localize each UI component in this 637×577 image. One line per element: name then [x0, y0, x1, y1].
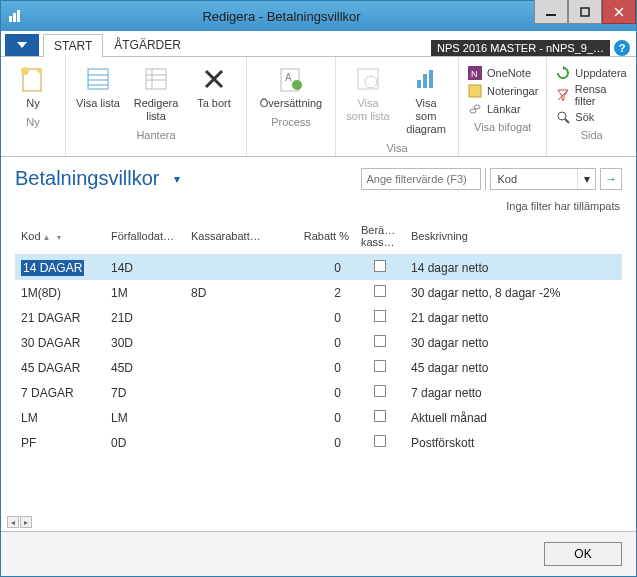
checkbox[interactable]: [374, 385, 386, 397]
cell-forf[interactable]: 30D: [105, 330, 185, 355]
col-kod[interactable]: Kod▲▾: [15, 218, 105, 255]
col-beskrivning[interactable]: Beskrivning: [405, 218, 622, 255]
cell-kass[interactable]: [185, 330, 285, 355]
cell-kass[interactable]: [185, 355, 285, 380]
minimize-button[interactable]: [534, 0, 568, 24]
show-as-chart-button[interactable]: Visa som diagram: [402, 61, 450, 138]
onenote-button[interactable]: NOneNote: [467, 65, 538, 81]
cell-forf[interactable]: 0D: [105, 430, 185, 455]
checkbox[interactable]: [374, 285, 386, 297]
cell-kass[interactable]: [185, 405, 285, 430]
cell-kass[interactable]: [185, 430, 285, 455]
cell-rabatt[interactable]: 0: [285, 380, 355, 405]
data-grid[interactable]: Kod▲▾ Förfallodat… Kassarabatt… Rabatt %…: [15, 218, 622, 531]
delete-button[interactable]: Ta bort: [190, 61, 238, 125]
cell-rabatt[interactable]: 0: [285, 355, 355, 380]
cell-besk[interactable]: 21 dagar netto: [405, 305, 622, 330]
next-record-icon[interactable]: ▸: [20, 516, 32, 528]
cell-berakn[interactable]: [355, 305, 405, 330]
clear-filter-button[interactable]: Rensa filter: [555, 83, 628, 107]
cell-besk[interactable]: 7 dagar netto: [405, 380, 622, 405]
cell-forf[interactable]: 1M: [105, 280, 185, 305]
table-row[interactable]: LMLM0Aktuell månad: [15, 405, 622, 430]
cell-besk[interactable]: 14 dagar netto: [405, 255, 622, 281]
cell-kass[interactable]: [185, 305, 285, 330]
col-berakn[interactable]: Berä… kass…: [355, 218, 405, 255]
apply-filter-button[interactable]: →: [600, 168, 622, 190]
cell-berakn[interactable]: [355, 405, 405, 430]
table-row[interactable]: 45 DAGAR45D045 dagar netto: [15, 355, 622, 380]
new-button[interactable]: Ny: [9, 61, 57, 112]
cell-forf[interactable]: LM: [105, 405, 185, 430]
cell-besk[interactable]: 45 dagar netto: [405, 355, 622, 380]
search-button[interactable]: Sök: [555, 109, 628, 125]
tab-start[interactable]: START: [43, 34, 103, 57]
edit-list-button[interactable]: Redigera lista: [132, 61, 180, 125]
close-button[interactable]: [602, 0, 636, 24]
file-menu-button[interactable]: [5, 34, 39, 56]
checkbox[interactable]: [374, 360, 386, 372]
filter-input[interactable]: [361, 168, 481, 190]
cell-berakn[interactable]: [355, 355, 405, 380]
cell-besk[interactable]: Postförskott: [405, 430, 622, 455]
cell-kod[interactable]: 30 DAGAR: [15, 330, 105, 355]
record-nav[interactable]: ◂ ▸: [7, 516, 32, 528]
page-title-dropdown[interactable]: ▾: [174, 172, 180, 186]
table-row[interactable]: 30 DAGAR30D030 dagar netto: [15, 330, 622, 355]
checkbox[interactable]: [374, 335, 386, 347]
chevron-down-icon[interactable]: ▾: [577, 169, 595, 189]
cell-besk[interactable]: Aktuell månad: [405, 405, 622, 430]
filter-field-select[interactable]: Kod ▾: [490, 168, 596, 190]
cell-besk[interactable]: 30 dagar netto: [405, 330, 622, 355]
prev-record-icon[interactable]: ◂: [7, 516, 19, 528]
cell-berakn[interactable]: [355, 280, 405, 305]
cell-forf[interactable]: 7D: [105, 380, 185, 405]
cell-kod[interactable]: 1M(8D): [15, 280, 105, 305]
cell-rabatt[interactable]: 0: [285, 255, 355, 281]
cell-berakn[interactable]: [355, 430, 405, 455]
show-as-list-button[interactable]: Visa som lista: [344, 61, 392, 138]
table-row[interactable]: 1M(8D)1M8D230 dagar netto, 8 dagar -2%: [15, 280, 622, 305]
table-row[interactable]: 7 DAGAR7D07 dagar netto: [15, 380, 622, 405]
tab-actions[interactable]: ÅTGÄRDER: [103, 33, 192, 56]
cell-berakn[interactable]: [355, 255, 405, 281]
checkbox[interactable]: [374, 260, 386, 272]
cell-forf[interactable]: 14D: [105, 255, 185, 281]
cell-rabatt[interactable]: 0: [285, 430, 355, 455]
cell-kod[interactable]: LM: [15, 405, 105, 430]
cell-kod[interactable]: 45 DAGAR: [15, 355, 105, 380]
col-forfallodat[interactable]: Förfallodat…: [105, 218, 185, 255]
cell-kod[interactable]: 7 DAGAR: [15, 380, 105, 405]
cell-rabatt[interactable]: 2: [285, 280, 355, 305]
checkbox[interactable]: [374, 410, 386, 422]
maximize-button[interactable]: [568, 0, 602, 24]
cell-kass[interactable]: [185, 255, 285, 281]
refresh-button[interactable]: Uppdatera: [555, 65, 628, 81]
cell-rabatt[interactable]: 0: [285, 405, 355, 430]
checkbox[interactable]: [374, 435, 386, 447]
table-row[interactable]: 21 DAGAR21D021 dagar netto: [15, 305, 622, 330]
cell-berakn[interactable]: [355, 380, 405, 405]
cell-kod[interactable]: PF: [15, 430, 105, 455]
cell-rabatt[interactable]: 0: [285, 305, 355, 330]
cell-kod[interactable]: 14 DAGAR: [15, 255, 105, 281]
col-kassarabatt[interactable]: Kassarabatt…: [185, 218, 285, 255]
cell-kass[interactable]: 8D: [185, 280, 285, 305]
cell-rabatt[interactable]: 0: [285, 330, 355, 355]
cell-forf[interactable]: 45D: [105, 355, 185, 380]
table-row[interactable]: PF0D0Postförskott: [15, 430, 622, 455]
col-rabatt[interactable]: Rabatt %: [285, 218, 355, 255]
links-button[interactable]: Länkar: [467, 101, 538, 117]
help-icon[interactable]: ?: [614, 40, 630, 56]
cell-forf[interactable]: 21D: [105, 305, 185, 330]
show-list-button[interactable]: Visa lista: [74, 61, 122, 125]
cell-besk[interactable]: 30 dagar netto, 8 dagar -2%: [405, 280, 622, 305]
translation-button[interactable]: A Översättning: [255, 61, 327, 112]
cell-berakn[interactable]: [355, 330, 405, 355]
cell-kass[interactable]: [185, 380, 285, 405]
notes-button[interactable]: Noteringar: [467, 83, 538, 99]
cell-kod[interactable]: 21 DAGAR: [15, 305, 105, 330]
ok-button[interactable]: OK: [544, 542, 622, 566]
checkbox[interactable]: [374, 310, 386, 322]
table-row[interactable]: 14 DAGAR14D014 dagar netto: [15, 255, 622, 281]
